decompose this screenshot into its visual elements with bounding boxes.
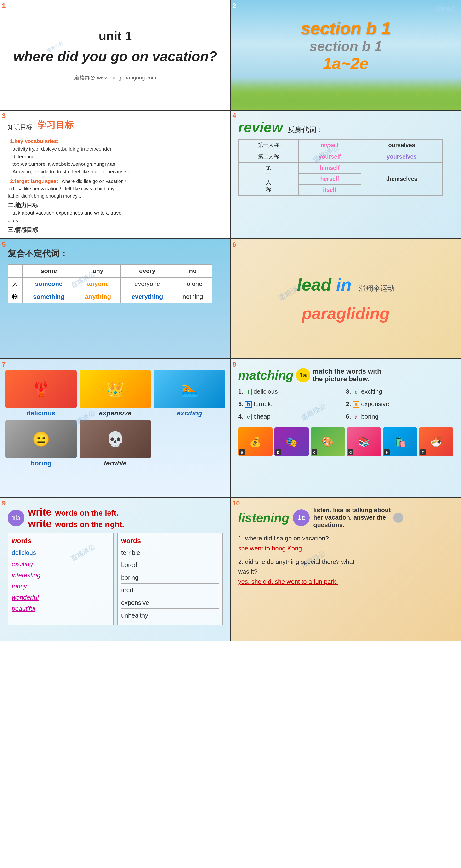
target-header: 2.target languages: [10,178,58,184]
word-unhealthy: unhealthy [121,610,219,621]
match-item-4: 4. e cheap [238,410,346,423]
img-badge-e: e [384,450,390,455]
no-one: no one [174,277,212,290]
ability-section: 二.能力目标 talk about vacation experiences a… [8,202,223,224]
question-1: 1. where did lisa go on vacation? [238,533,454,544]
emotion-section: 三.情感目标 [8,226,223,234]
section-subtitle: 1a~2e [301,54,391,73]
slide-num-1: 1 [2,2,6,9]
word-exciting: exciting [12,558,110,570]
match-item-3: 3. c exciting [346,385,453,398]
compound-title: 复合不定代词： [8,248,223,259]
themselves: themselves [361,162,442,195]
row-label-thing: 物 [8,290,22,303]
yourself: yourself [298,151,361,162]
col-every: every [121,265,174,277]
third-person-label: 第三人称 [239,162,298,195]
word-columns: words delicious exciting interesting fun… [8,533,223,625]
knowledge-label: 知识目标 [8,123,33,131]
img-badge-f: f [420,450,426,455]
yourselves: yourselves [361,151,442,162]
badge-1b: 1b [8,509,24,526]
listen-instruction: listen. lisa is talking abouther vacatio… [313,506,391,529]
image-item-terrible: 💀 terrible [80,420,151,467]
word-terrible: terrible [254,400,273,407]
unit-title: unit 1 [99,29,132,43]
slide-3: 3 知识目标 学习目标 1.key vocabularies: activity… [0,110,230,239]
listening-title: listening [238,510,289,525]
word-exciting: exciting [361,388,382,395]
letter-f: f [245,389,252,395]
word-interesting: interesting [12,570,110,581]
slide-4: 4 道格淡公 review 反身代词： 第一人称 myself ourselve… [230,110,461,239]
img-c: 🎨 c [311,427,345,456]
slide-7: 7 道格淡公 🦞 delicious 👑 expensive 🏊 excitin… [0,359,230,498]
everything: everything [121,290,174,303]
img-badge-b: b [275,450,281,455]
image-item-exciting: 🏊 exciting [154,370,225,417]
image-item-expensive: 👑 expensive [80,370,151,417]
lead-in-title: lead in [297,275,351,294]
img-f: 🍜 f [419,427,453,456]
word-beautiful: beautiful [12,603,110,614]
terrible-label: terrible [80,460,151,467]
img-d: 📚 d [347,427,381,456]
ourselves: ourselves [361,140,442,151]
letter-e: e [245,413,252,420]
ability-text: talk about vacation experiences and writ… [8,210,123,223]
objectives-title: 学习目标 [37,119,74,131]
section-b1-gray: section b 1 [301,38,391,54]
section-b1-title: section b 1 [301,19,391,38]
img-e: 🛍️ e [383,427,417,456]
row-label-person: 人 [8,277,22,290]
compound-table: some any every no 人 someone anyone every… [8,265,212,303]
col-no: no [174,265,212,277]
img-badge-a: a [239,450,245,455]
left-col-title: words [12,537,110,545]
slide-num-6: 6 [233,241,236,249]
itself: itself [298,184,361,195]
word-boring: boring [361,413,378,420]
match-item-5: 5. b terrible [238,398,346,410]
terrible-image: 💀 [80,420,151,458]
col-some: some [22,265,75,277]
letter-b: b [245,401,252,408]
paragliding-text: paragliding [302,304,390,323]
image-item-empty [154,420,225,467]
slide-1: 道格办公 1 unit 1 where did you go on vacati… [0,0,230,110]
delicious-label: delicious [5,409,76,417]
row-label-1: 第一人称 [239,140,298,151]
something: something [22,290,75,303]
img-b: 🎭 b [274,427,309,456]
table-row: 第二人称 yourself yourselves [239,151,442,162]
expensive-label: expensive [80,409,151,417]
slide-num-3: 3 [2,112,6,120]
exciting-label: exciting [154,409,225,417]
word-funny: funny [12,581,110,592]
table-row-person: 人 someone anyone everyone no one [8,277,212,290]
word-delicious: delicious [12,547,110,558]
badge-1a: 1a [296,368,310,382]
answer-2: yes. she did. she went to a fun park. [238,578,454,585]
img-badge-c: c [312,450,317,455]
match-item-1: 1. f delicious [238,385,346,398]
word-bored: bored [121,559,219,571]
in-text: in [332,275,351,294]
boring-label: boring [5,460,76,467]
food-image: 🦞 [5,370,76,408]
word-tired: tired [121,585,219,596]
word-cheap: cheap [254,413,271,420]
right-col-title: words [121,537,219,545]
slide-5: 5 道格淡公 复合不定代词： some any every no 人 someo… [0,239,230,359]
everyone: everyone [121,277,174,290]
match-instruction: match the words withthe picture below. [313,368,381,383]
expensive-image: 👑 [80,370,151,408]
main-title: where did you go on vacation? [13,48,217,65]
write-label-2: write [28,518,52,529]
someone: someone [22,277,75,290]
table-row: 第三人称 himself themselves [239,162,442,173]
match-list: 1. f delicious 3. c exciting 5. b terrib… [238,385,454,423]
lead-text: lead [297,275,332,294]
slide-num-9: 9 [2,499,6,507]
himself: himself [298,162,361,173]
